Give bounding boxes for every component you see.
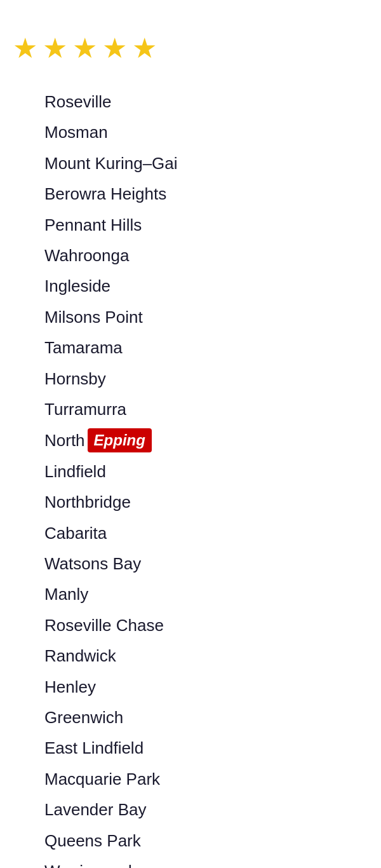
suburb-name: Roseville <box>44 92 112 111</box>
star-4: ★ <box>102 32 127 64</box>
suburb-name: Queens Park <box>44 831 141 850</box>
suburb-name: Henley <box>44 677 96 696</box>
list-item: Warriewood <box>44 856 368 868</box>
list-item: Greenwich <box>44 702 368 733</box>
suburb-name: Lavender Bay <box>44 800 146 819</box>
suburb-name: Cabarita <box>44 524 107 543</box>
suburb-name: Hornsby <box>44 369 106 388</box>
suburb-name: East Lindfield <box>44 738 144 757</box>
suburb-name: Turramurra <box>44 400 126 419</box>
list-item: North Epping <box>44 424 368 456</box>
list-item: Ingleside <box>44 271 368 301</box>
star-2: ★ <box>43 32 67 64</box>
list-item: Lavender Bay <box>44 794 368 825</box>
stars-container: ★ ★ ★ ★ ★ <box>13 32 368 64</box>
suburb-name: Roseville Chase <box>44 616 164 635</box>
list-item: Cabarita <box>44 518 368 548</box>
star-3: ★ <box>72 32 97 64</box>
list-item: Tamarama <box>44 332 368 363</box>
suburb-name: Lindfield <box>44 462 106 481</box>
list-item: Watsons Bay <box>44 548 368 579</box>
suburb-name: Manly <box>44 585 88 604</box>
suburb-name: Ingleside <box>44 276 110 295</box>
suburb-name: Warriewood <box>44 862 132 868</box>
suburb-name: Mosman <box>44 123 108 142</box>
suburb-prefix: North <box>44 429 85 452</box>
list-item: Mosman <box>44 117 368 147</box>
suburb-name: Randwick <box>44 646 116 665</box>
list-item: Mount Kuring–Gai <box>44 148 368 179</box>
suburb-highlight-badge: Epping <box>88 428 152 452</box>
list-item: Henley <box>44 672 368 702</box>
suburb-name: Northbridge <box>44 492 131 512</box>
list-item: East Lindfield <box>44 733 368 763</box>
list-item: Roseville <box>44 86 368 117</box>
suburb-name: Watsons Bay <box>44 554 141 573</box>
list-item: Randwick <box>44 641 368 671</box>
suburb-name: Pennant Hills <box>44 215 142 234</box>
suburb-name: Macquarie Park <box>44 770 160 789</box>
list-item: Queens Park <box>44 825 368 856</box>
suburb-name: Berowra Heights <box>44 184 166 203</box>
list-item: Manly <box>44 579 368 609</box>
list-item: Lindfield <box>44 456 368 487</box>
suburb-name: Mount Kuring–Gai <box>44 154 178 173</box>
list-item: Turramurra <box>44 394 368 424</box>
list-item: Northbridge <box>44 487 368 517</box>
list-item: Macquarie Park <box>44 764 368 794</box>
list-item: Pennant Hills <box>44 210 368 240</box>
suburb-name: Tamarama <box>44 338 123 357</box>
suburb-list: RosevilleMosmanMount Kuring–GaiBerowra H… <box>44 86 368 868</box>
suburb-name: Wahroonga <box>44 246 129 265</box>
list-item: Milsons Point <box>44 302 368 332</box>
star-5: ★ <box>132 32 157 64</box>
suburb-name: Greenwich <box>44 708 123 727</box>
list-item: Berowra Heights <box>44 179 368 209</box>
list-item: Wahroonga <box>44 240 368 271</box>
star-1: ★ <box>13 32 37 64</box>
suburb-name: Milsons Point <box>44 308 143 327</box>
list-item: Roseville Chase <box>44 610 368 641</box>
list-item: Hornsby <box>44 363 368 394</box>
